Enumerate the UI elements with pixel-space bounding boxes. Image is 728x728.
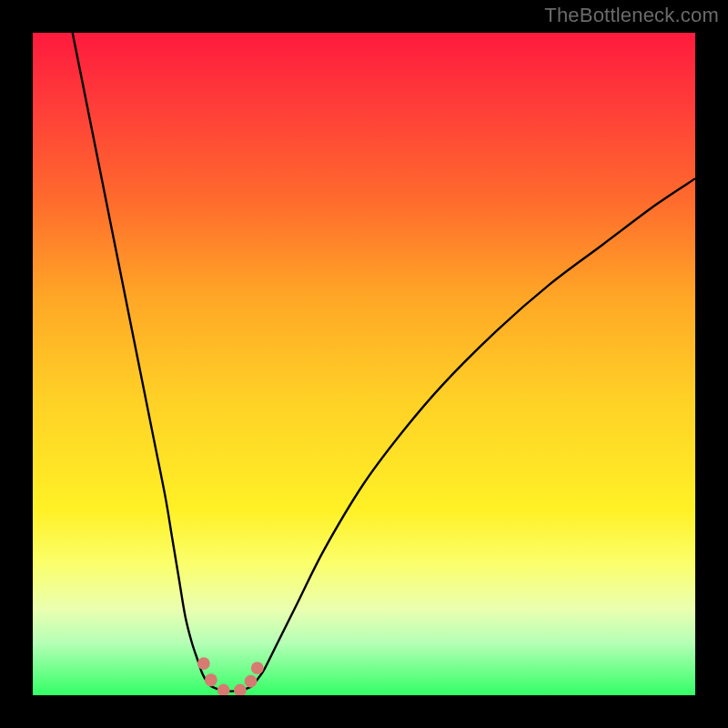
curve-left [73,33,212,687]
marker-right-inner [245,675,258,688]
marker-floor-right [234,684,247,695]
chart-svg [33,33,695,695]
watermark-label: TheBottleneck.com [544,4,719,27]
marker-left-inner [205,673,217,686]
curve-right [251,178,695,686]
curve-group [73,33,695,692]
marker-group [197,657,264,695]
marker-right-outer [251,662,264,674]
marker-left-outer [197,657,210,670]
marker-floor-left [217,684,230,695]
chart-frame: TheBottleneck.com [0,0,728,728]
